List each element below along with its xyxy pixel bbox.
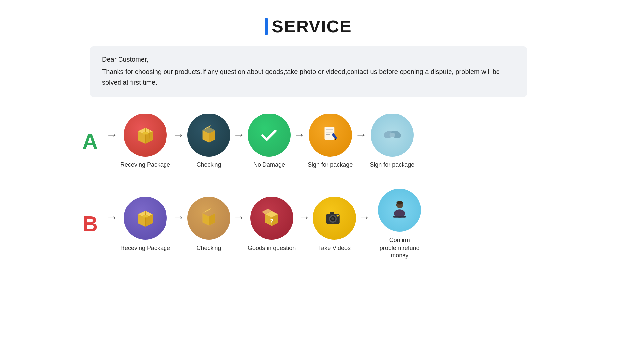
step-label: No Damage	[253, 161, 285, 169]
step-label: Take Videos	[318, 244, 351, 252]
svg-rect-48	[393, 216, 406, 218]
flow-step: Checking	[187, 114, 230, 169]
notice-box: Dear Customer, Thanks for choosing our p…	[90, 46, 527, 97]
svg-point-49	[397, 201, 403, 205]
step-label: Goods in question	[248, 244, 296, 252]
flow-step: ? Goods in question	[248, 197, 296, 252]
svg-rect-43	[330, 212, 334, 214]
step-label: Confirm problem,refund money	[373, 236, 426, 259]
arrow-b2: →	[233, 210, 245, 238]
flow-row-b: B → Receving Package →	[77, 189, 540, 259]
svg-point-21	[389, 133, 395, 137]
arrow-b3: →	[298, 210, 310, 238]
svg-point-42	[331, 217, 333, 219]
step-circle-checking-b	[187, 197, 230, 240]
step-label: Receving Package	[120, 244, 170, 252]
arrow-a4: →	[355, 128, 367, 155]
svg-text:?: ?	[270, 218, 273, 225]
step-circle-goods-question: ?	[250, 197, 293, 240]
svg-rect-7	[143, 132, 148, 134]
flow-step: Confirm problem,refund money	[373, 189, 426, 259]
flow-row-a: A → Receving Package →	[77, 114, 540, 169]
step-label: Sign for package	[308, 161, 353, 169]
step-label: Checking	[197, 244, 221, 252]
arrow-b4: →	[358, 210, 370, 238]
row-b-letter: B	[77, 212, 103, 236]
step-label: Receving Package	[120, 161, 170, 169]
step-label: Checking	[197, 161, 221, 169]
step-circle-no-damage	[248, 114, 291, 157]
step-circle-receiving-b	[124, 197, 167, 240]
title-accent-bar	[265, 18, 268, 35]
step-circle-take-videos	[313, 197, 356, 240]
flow-step: Take Videos	[313, 197, 356, 252]
arrow-a3: →	[293, 128, 305, 155]
svg-rect-27	[143, 215, 148, 217]
step-label: Sign for package	[370, 161, 414, 169]
svg-marker-31	[203, 213, 209, 226]
notice-greeting: Dear Customer,	[102, 56, 515, 63]
step-circle-receiving-a	[124, 114, 167, 157]
flow-section: A → Receving Package →	[77, 114, 540, 260]
step-circle-handshake	[371, 114, 414, 157]
svg-marker-30	[209, 213, 215, 226]
arrow-b0: →	[106, 210, 118, 238]
step-circle-checking-a	[187, 114, 230, 157]
flow-step: Sign for package	[370, 114, 414, 169]
page-title: SERVICE	[272, 17, 352, 36]
arrow-a0: →	[106, 128, 118, 155]
row-a-letter: A	[77, 129, 103, 154]
arrow-a2: →	[233, 128, 245, 155]
step-circle-confirm-refund	[378, 189, 421, 232]
svg-point-45	[337, 215, 339, 216]
step-circle-sign-a	[309, 114, 352, 157]
page-header: SERVICE	[265, 17, 352, 36]
flow-step: Receving Package	[120, 114, 170, 169]
arrow-a1: →	[173, 128, 185, 155]
svg-marker-29	[203, 208, 212, 213]
arrow-b1: →	[173, 210, 185, 238]
flow-step: Sign for package	[308, 114, 353, 169]
notice-body: Thanks for choosing our products.If any …	[102, 67, 515, 88]
flow-step: Checking	[187, 197, 230, 252]
flow-step: Receving Package	[120, 197, 170, 252]
flow-step: No Damage	[248, 114, 291, 169]
